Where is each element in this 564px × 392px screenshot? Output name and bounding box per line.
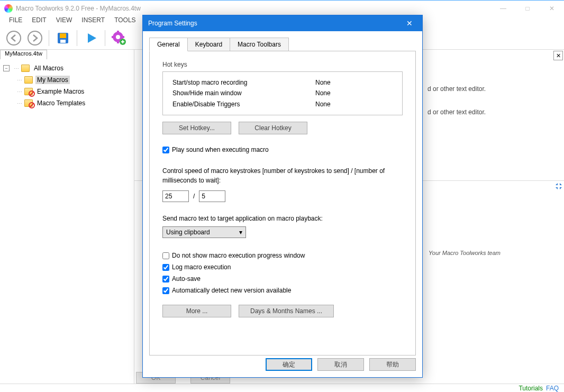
send-mode-value: Using clipboard — [166, 229, 210, 236]
folder-icon — [24, 99, 33, 107]
send-mode-select[interactable]: Using clipboard ▾ — [162, 226, 246, 238]
macro-tree[interactable]: − ⋯ All Macros ⋯ My Macros ⋯ Example Mac… — [0, 59, 134, 384]
maximize-button[interactable]: □ — [515, 1, 540, 16]
keystrokes-input[interactable] — [162, 190, 189, 202]
more-button[interactable]: More ... — [162, 305, 231, 317]
chevron-down-icon: ▾ — [239, 229, 242, 236]
svg-rect-8 — [117, 31, 119, 33]
autosave-label: Auto-save — [172, 275, 201, 282]
svg-rect-10 — [112, 36, 114, 38]
menu-tools[interactable]: TOOLS — [110, 16, 140, 26]
signature-text: Your Macro Toolworks team — [429, 250, 501, 256]
dialog-ok-button[interactable]: 确定 — [266, 358, 312, 371]
tree-root-label: All Macros — [32, 64, 65, 72]
dialog-title: Program Settings — [148, 20, 402, 27]
updates-checkbox[interactable] — [162, 287, 169, 294]
folder-icon — [24, 76, 33, 84]
hotkey-name: Start/stop macro recording — [172, 77, 315, 88]
hotkey-value: None — [315, 77, 331, 88]
svg-point-1 — [28, 31, 42, 45]
log-execution-checkbox[interactable] — [162, 264, 169, 271]
svg-rect-11 — [122, 36, 124, 38]
hotkeys-label: Hot keys — [162, 61, 403, 68]
play-sound-checkbox[interactable] — [162, 147, 169, 153]
tree-item-label: Example Macros — [35, 87, 86, 96]
faq-link[interactable]: FAQ — [546, 385, 559, 392]
menu-file[interactable]: FILE — [4, 16, 27, 26]
save-button[interactable] — [53, 29, 72, 48]
svg-point-7 — [116, 35, 120, 39]
progress-window-label: Do not show macro execution progress win… — [172, 252, 305, 259]
tree-item[interactable]: ⋯ Macro Templates — [3, 97, 131, 109]
tutorials-link[interactable]: Tutorials — [518, 385, 543, 392]
folder-icon — [21, 65, 30, 72]
hotkey-value: None — [315, 88, 331, 98]
app-icon — [4, 4, 13, 13]
speed-label: Control speed of macro keystrokes [numbe… — [162, 166, 403, 185]
tab-keyboard[interactable]: Keyboard — [187, 38, 230, 51]
panel-tab[interactable]: MyMacros.4tw — [0, 50, 47, 59]
tab-macro-toolbars[interactable]: Macro Toolbars — [230, 38, 289, 51]
back-button[interactable] — [4, 29, 23, 48]
tree-item[interactable]: ⋯ Example Macros — [3, 86, 131, 97]
close-button[interactable]: ✕ — [540, 1, 564, 16]
log-execution-label: Log macro execution — [172, 263, 231, 271]
separator: / — [193, 193, 195, 200]
forward-button[interactable] — [25, 29, 44, 48]
minimize-button[interactable]: — — [491, 1, 515, 16]
menu-view[interactable]: VIEW — [51, 16, 77, 26]
title-bar: Macro Toolworks 9.2.0 Free - MyMacros.4t… — [0, 0, 564, 16]
hotkey-name: Show/Hide main window — [172, 88, 315, 98]
svg-rect-5 — [60, 40, 66, 43]
menu-insert[interactable]: INSERT — [77, 16, 110, 26]
window-title: Macro Toolworks 9.2.0 Free - MyMacros.4t… — [16, 5, 491, 12]
updates-label: Automatically detect new version availab… — [172, 287, 291, 294]
send-mode-label: Send macro text to target application on… — [162, 215, 403, 222]
tree-item-label: My Macros — [35, 76, 70, 84]
dialog-cancel-button[interactable]: 取消 — [317, 358, 364, 371]
info-text: d or other text editor. — [427, 107, 557, 117]
progress-window-checkbox[interactable] — [162, 252, 169, 259]
folder-icon — [24, 88, 33, 95]
expand-icon[interactable] — [554, 182, 563, 190]
dialog-title-bar[interactable]: Program Settings ✕ — [143, 15, 422, 31]
hotkey-value: None — [315, 99, 331, 110]
clear-hotkey-button[interactable]: Clear Hotkey — [239, 122, 307, 134]
dialog-help-button[interactable]: 帮助 — [369, 358, 416, 371]
prohibit-icon — [29, 90, 35, 97]
svg-rect-4 — [60, 33, 66, 38]
info-text: d or other text editor. — [427, 84, 557, 94]
program-settings-dialog: Program Settings ✕ General Keyboard Macr… — [142, 15, 423, 378]
play-button[interactable] — [81, 29, 101, 48]
hotkeys-list[interactable]: Start/stop macro recordingNone Show/Hide… — [162, 71, 403, 115]
autosave-checkbox[interactable] — [162, 276, 169, 282]
tab-general[interactable]: General — [149, 38, 188, 51]
tree-item-label: Macro Templates — [35, 99, 87, 107]
prohibit-icon — [29, 102, 35, 108]
milliseconds-input[interactable] — [199, 190, 225, 202]
collapse-icon[interactable]: − — [3, 65, 10, 71]
dialog-close-button[interactable]: ✕ — [402, 16, 417, 31]
svg-rect-9 — [117, 41, 119, 43]
set-hotkey-button[interactable]: Set Hotkey... — [162, 122, 231, 134]
hotkey-name: Enable/Disable Triggers — [172, 99, 315, 110]
svg-point-0 — [7, 31, 21, 45]
play-sound-label: Play sound when executing macro — [172, 146, 269, 153]
tree-item[interactable]: ⋯ My Macros — [3, 74, 131, 86]
tree-root[interactable]: − ⋯ All Macros — [3, 62, 131, 74]
days-months-button[interactable]: Days & Months Names ... — [239, 305, 334, 317]
menu-edit[interactable]: EDIT — [27, 16, 51, 26]
left-panel: MyMacros.4tw − ⋯ All Macros ⋯ My Macros … — [0, 50, 134, 384]
settings-button[interactable] — [110, 29, 129, 48]
status-bar: Tutorials FAQ — [0, 384, 564, 392]
